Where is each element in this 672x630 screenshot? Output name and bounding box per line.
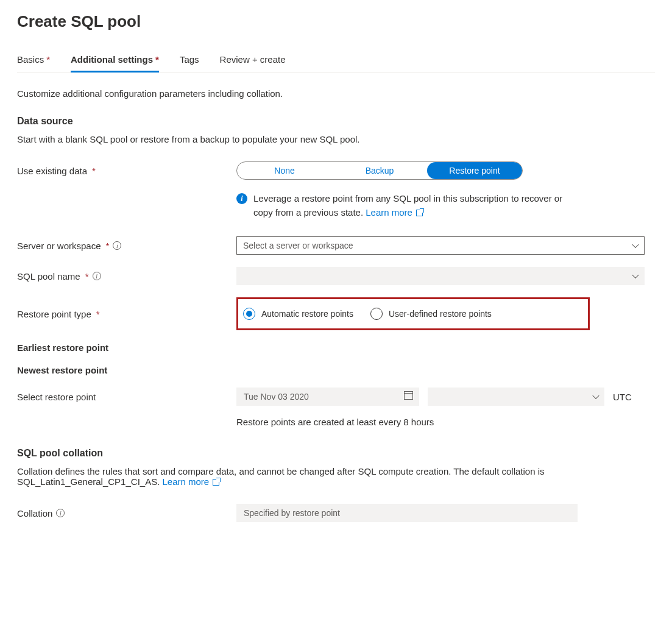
- use-existing-data-toggle: None Backup Restore point: [236, 161, 523, 180]
- required-asterisk: *: [106, 241, 110, 251]
- select-restore-point-label: Select restore point: [17, 392, 236, 402]
- radio-unchecked-icon: [370, 308, 383, 320]
- use-existing-data-label: Use existing data*: [17, 166, 236, 176]
- learn-more-link[interactable]: Learn more: [366, 207, 423, 218]
- dropdown-placeholder: Select a server or workspace: [243, 241, 353, 250]
- restore-point-info: i Leverage a restore point from any SQL …: [236, 192, 578, 219]
- tab-additional-label: Additional settings: [71, 54, 153, 65]
- required-asterisk: *: [96, 309, 100, 319]
- sql-pool-name-dropdown[interactable]: [236, 267, 645, 285]
- section-data-source: Data source: [17, 116, 655, 127]
- date-value: Tue Nov 03 2020: [244, 392, 309, 402]
- restore-point-type-highlight: Automatic restore points User-defined re…: [236, 297, 590, 330]
- info-icon[interactable]: i: [113, 241, 121, 250]
- chevron-down-icon: [632, 272, 638, 278]
- collation-input: Specified by restore point: [236, 504, 578, 522]
- page-title: Create SQL pool: [17, 12, 655, 31]
- info-icon: i: [236, 193, 247, 204]
- collation-learn-more-link[interactable]: Learn more: [162, 476, 219, 487]
- tab-description: Customize additional configuration param…: [17, 88, 655, 99]
- sql-pool-name-label: SQL pool name* i: [17, 271, 236, 281]
- tab-tags[interactable]: Tags: [180, 54, 199, 72]
- required-asterisk: *: [46, 54, 50, 65]
- restore-point-type-label: Restore point type*: [17, 309, 236, 319]
- option-backup[interactable]: Backup: [332, 162, 427, 179]
- newest-restore-point-label: Newest restore point: [17, 365, 236, 375]
- server-workspace-dropdown[interactable]: Select a server or workspace: [236, 236, 645, 255]
- option-none[interactable]: None: [237, 162, 332, 179]
- server-workspace-label: Server or workspace* i: [17, 241, 236, 251]
- calendar-icon: [404, 391, 413, 400]
- option-restore-point[interactable]: Restore point: [427, 162, 522, 179]
- timezone-label: UTC: [613, 392, 632, 402]
- chevron-down-icon: [592, 392, 599, 399]
- collation-value: Specified by restore point: [244, 508, 340, 518]
- tab-additional-settings[interactable]: Additional settings*: [71, 54, 159, 73]
- section-collation: SQL pool collation: [17, 448, 655, 459]
- restore-frequency-note: Restore points are created at least ever…: [236, 417, 655, 427]
- radio-user-label: User-defined restore points: [389, 309, 492, 319]
- required-asterisk: *: [155, 54, 159, 65]
- collation-intro: Collation defines the rules that sort an…: [17, 466, 655, 487]
- chevron-down-icon: [632, 241, 638, 248]
- radio-checked-icon: [243, 308, 255, 320]
- tab-basics-label: Basics: [17, 54, 44, 65]
- radio-auto-label: Automatic restore points: [261, 309, 353, 319]
- tabs-container: Basics* Additional settings* Tags Review…: [17, 54, 655, 73]
- external-link-icon: [213, 479, 219, 486]
- radio-user-defined-restore[interactable]: User-defined restore points: [370, 308, 492, 320]
- radio-automatic-restore[interactable]: Automatic restore points: [243, 308, 353, 320]
- earliest-restore-point-label: Earliest restore point: [17, 342, 236, 353]
- restore-time-dropdown[interactable]: [428, 388, 604, 406]
- external-link-icon: [416, 210, 423, 216]
- info-icon[interactable]: i: [93, 272, 101, 280]
- restore-date-input[interactable]: Tue Nov 03 2020: [236, 388, 419, 406]
- info-icon[interactable]: i: [56, 509, 65, 517]
- collation-label: Collation i: [17, 508, 236, 519]
- tab-basics[interactable]: Basics*: [17, 54, 50, 72]
- required-asterisk: *: [85, 271, 89, 281]
- required-asterisk: *: [92, 166, 96, 176]
- data-source-intro: Start with a blank SQL pool or restore f…: [17, 134, 655, 144]
- tab-review-create[interactable]: Review + create: [220, 54, 286, 72]
